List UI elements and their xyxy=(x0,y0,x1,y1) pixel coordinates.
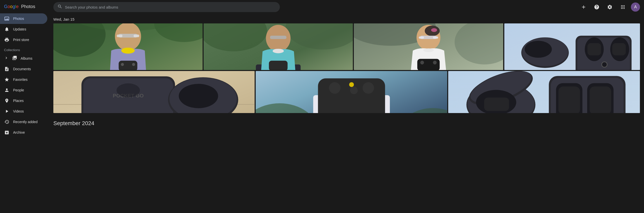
svg-rect-32 xyxy=(418,59,440,70)
svg-point-10 xyxy=(121,48,135,54)
photo-row-1 xyxy=(53,23,640,70)
settings-button[interactable] xyxy=(605,2,615,12)
svg-point-45 xyxy=(602,62,607,67)
header: A xyxy=(49,0,644,14)
photo-7[interactable] xyxy=(448,71,640,113)
svg-point-38 xyxy=(525,41,552,58)
svg-rect-44 xyxy=(612,43,626,55)
sidebar-item-albums[interactable]: Albums xyxy=(0,53,47,64)
svg-point-61 xyxy=(329,82,340,94)
svg-rect-43 xyxy=(587,43,601,55)
section-label: September 2024 xyxy=(53,114,640,130)
svg-rect-73 xyxy=(484,97,509,111)
clock-icon xyxy=(4,119,10,125)
expand-icon xyxy=(4,56,9,61)
sidebar-item-places-label: Places xyxy=(13,99,24,103)
svg-point-51 xyxy=(117,83,140,97)
svg-point-19 xyxy=(273,49,284,53)
svg-rect-8 xyxy=(117,34,122,37)
google-logo: Google xyxy=(4,4,19,9)
sidebar-item-albums-label: Albums xyxy=(21,56,32,60)
sidebar-item-favorites[interactable]: Favorites xyxy=(0,74,47,85)
print-icon xyxy=(4,37,10,43)
main-content: A Wed, Jan 15 xyxy=(49,0,644,213)
albums-icon xyxy=(12,55,17,61)
photo-6[interactable] xyxy=(256,71,447,113)
photo-2[interactable] xyxy=(204,23,353,70)
photo-row-2: POCKET GO xyxy=(53,71,640,113)
svg-point-28 xyxy=(431,28,437,32)
sidebar-item-print-store-label: Print store xyxy=(13,38,29,42)
star-icon xyxy=(4,77,10,82)
svg-rect-31 xyxy=(433,37,438,39)
collections-section-label: Collections xyxy=(0,45,49,53)
app-logo[interactable]: Google Photos xyxy=(0,2,49,13)
sidebar-item-archive-label: Archive xyxy=(13,130,25,134)
sidebar-item-videos-label: Videos xyxy=(13,109,24,113)
svg-point-62 xyxy=(350,87,358,94)
svg-rect-20 xyxy=(270,36,286,39)
sidebar-item-videos[interactable]: Videos xyxy=(0,106,47,117)
apps-button[interactable] xyxy=(618,2,628,12)
search-input[interactable] xyxy=(65,5,276,9)
sidebar-item-recently-added[interactable]: Recently added xyxy=(0,117,47,127)
play-icon xyxy=(4,109,10,114)
sidebar-item-people[interactable]: People xyxy=(0,85,47,95)
svg-rect-9 xyxy=(134,34,139,37)
sidebar-item-updates[interactable]: Updates xyxy=(0,24,47,34)
sidebar-item-photos-label: Photos xyxy=(13,17,24,21)
photo-4[interactable] xyxy=(504,23,640,70)
photo-1[interactable] xyxy=(53,23,203,70)
svg-point-34 xyxy=(433,61,437,64)
svg-point-12 xyxy=(121,63,124,66)
photo-3[interactable] xyxy=(354,23,503,70)
photos-container: Wed, Jan 15 xyxy=(49,14,644,213)
add-button[interactable] xyxy=(579,2,589,12)
help-button[interactable] xyxy=(592,2,602,12)
svg-text:A: A xyxy=(634,5,637,9)
sidebar-item-places[interactable]: Places xyxy=(0,95,47,106)
sidebar-item-archive[interactable]: Archive xyxy=(0,127,47,138)
sidebar-item-documents-label: Documents xyxy=(13,67,31,71)
avatar[interactable]: A xyxy=(631,3,640,12)
sidebar-item-documents[interactable]: Documents xyxy=(0,64,47,74)
app-name: Photos xyxy=(21,4,35,9)
sidebar-item-favorites-label: Favorites xyxy=(13,78,28,82)
svg-point-33 xyxy=(420,61,424,64)
svg-point-63 xyxy=(362,82,374,94)
sidebar-item-photos[interactable]: Photos xyxy=(0,13,47,24)
svg-point-13 xyxy=(132,63,135,66)
sidebar-item-recently-added-label: Recently added xyxy=(13,120,37,124)
header-actions: A xyxy=(579,2,640,12)
person-icon xyxy=(4,87,10,93)
svg-rect-78 xyxy=(558,87,580,113)
sidebar-item-people-label: People xyxy=(13,88,24,92)
svg-rect-21 xyxy=(269,61,288,70)
photos-icon xyxy=(4,16,10,21)
svg-point-26 xyxy=(423,48,434,52)
search-bar[interactable] xyxy=(53,2,280,12)
svg-rect-79 xyxy=(590,87,611,113)
sidebar-item-updates-label: Updates xyxy=(13,27,26,31)
svg-point-66 xyxy=(349,82,354,87)
search-icon xyxy=(57,4,62,10)
photo-5[interactable]: POCKET GO xyxy=(53,71,255,113)
location-icon xyxy=(4,98,10,103)
bell-icon xyxy=(4,26,10,32)
date-label: Wed, Jan 15 xyxy=(53,14,640,23)
sidebar-item-print-store[interactable]: Print store xyxy=(0,34,47,45)
sidebar: Google Photos Photos Updates Print store… xyxy=(0,0,49,213)
svg-point-54 xyxy=(179,84,218,108)
svg-rect-30 xyxy=(419,37,424,39)
document-icon xyxy=(4,66,10,72)
archive-icon xyxy=(4,130,10,135)
